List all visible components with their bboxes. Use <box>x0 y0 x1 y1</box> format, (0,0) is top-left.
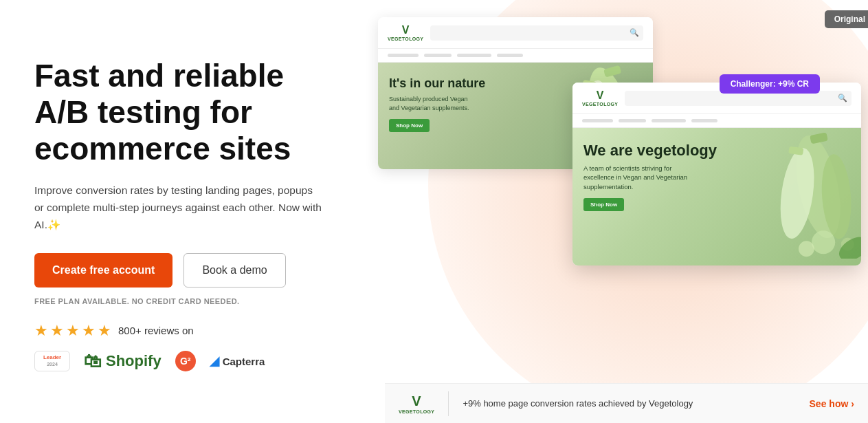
search-icon: 🔍 <box>630 28 639 37</box>
star-rating: ★ ★ ★ ★ ★ <box>34 322 111 340</box>
star-2: ★ <box>50 322 64 340</box>
svg-point-13 <box>812 230 835 254</box>
star-5: ★ <box>98 322 111 340</box>
logos-row: Leader 2024 🛍 Shopify G² ◢ Capterra <box>34 351 323 372</box>
shopify-label: Shopify <box>106 352 162 370</box>
shopify-icon: 🛍 <box>84 351 102 372</box>
g2-leader-label: Leader <box>41 354 64 361</box>
g2-label: G² <box>180 356 191 367</box>
nav-line-7 <box>652 119 686 122</box>
challenger-bottles <box>710 128 861 259</box>
original-hero-text: It's in our nature Sustainably produced … <box>389 76 485 132</box>
svg-rect-9 <box>810 132 828 144</box>
reviews-text: 800+ reviews on <box>118 325 194 336</box>
svg-point-14 <box>799 241 814 257</box>
g2-leader-badge: Leader 2024 <box>34 351 70 371</box>
original-search-bar: 🔍 <box>430 25 643 41</box>
see-how-label: See how <box>810 398 849 409</box>
nav-line-3 <box>457 54 491 57</box>
challenger-hero: We are vegetology A team of scientists s… <box>572 128 861 265</box>
challenger-shop-btn: Shop Now <box>583 198 624 211</box>
book-demo-button[interactable]: Book a demo <box>183 253 285 288</box>
original-nav <box>378 49 653 63</box>
original-card-header: V VEGETOLOGY 🔍 <box>378 17 653 49</box>
free-plan-note: FREE PLAN AVAILABLE. NO CREDIT CARD NEED… <box>34 297 323 305</box>
bottom-bar-logo: V VEGETOLOGY <box>399 393 434 414</box>
challenger-tag: Challenger: +9% CR <box>720 74 820 94</box>
capterra-logo: ◢ Capterra <box>210 354 265 369</box>
right-panel: Original V VEGETOLOGY 🔍 It's in <box>357 0 868 423</box>
nav-line-8 <box>691 119 717 122</box>
original-veg-logo: V VEGETOLOGY <box>388 24 423 41</box>
original-tag: Original <box>825 10 868 28</box>
left-panel: Fast and reliable A/B testing for ecomme… <box>0 0 357 423</box>
challenger-card: V VEGETOLOGY 🔍 We are vegetology A team … <box>572 83 861 265</box>
original-hero-subtitle: Sustainably produced Vegan and Vegetaria… <box>389 95 478 112</box>
nav-line-6 <box>619 119 646 122</box>
bottom-bar-text: +9% home page conversion rates achieved … <box>463 398 795 409</box>
original-hero-title: It's in our nature <box>389 76 485 91</box>
challenger-hero-title: We are vegetology <box>583 142 717 160</box>
cta-row: Create free account Book a demo <box>34 253 323 288</box>
nav-line-5 <box>582 119 613 122</box>
star-4: ★ <box>82 322 96 340</box>
shopify-logo: 🛍 Shopify <box>84 351 162 372</box>
bottom-bar-divider <box>448 391 449 416</box>
see-how-link[interactable]: See how › <box>810 398 854 409</box>
hero-subtext: Improve conversion rates by testing land… <box>34 182 323 233</box>
challenger-hero-subtitle: A team of scientists striving for excell… <box>583 164 693 191</box>
bottom-bar: V VEGETOLOGY +9% home page conversion ra… <box>385 383 868 423</box>
search-icon-2: 🔍 <box>838 94 847 102</box>
challenger-nav <box>572 114 861 128</box>
challenger-hero-text: We are vegetology A team of scientists s… <box>583 142 717 211</box>
reviews-row: ★ ★ ★ ★ ★ 800+ reviews on <box>34 322 323 340</box>
challenger-veg-logo: V VEGETOLOGY <box>582 89 618 107</box>
star-1: ★ <box>34 322 48 340</box>
bottom-logo-text: VEGETOLOGY <box>399 409 434 414</box>
g2-year: 2024 <box>47 362 58 367</box>
star-3: ★ <box>66 322 80 340</box>
g2-logo: G² <box>175 351 196 371</box>
challenger-brand: VEGETOLOGY <box>582 102 618 107</box>
create-account-button[interactable]: Create free account <box>34 253 173 288</box>
nav-line-2 <box>424 54 452 57</box>
original-brand: VEGETOLOGY <box>388 36 423 41</box>
nav-line-1 <box>388 54 419 57</box>
page-container: Fast and reliable A/B testing for ecomme… <box>0 0 868 423</box>
capterra-label: Capterra <box>223 356 265 367</box>
original-shop-btn: Shop Now <box>389 119 430 132</box>
page-title: Fast and reliable A/B testing for ecomme… <box>34 58 323 167</box>
capterra-icon: ◢ <box>210 354 219 369</box>
bottom-logo-v: V <box>412 393 421 409</box>
see-how-arrow: › <box>851 398 854 409</box>
nav-line-4 <box>497 54 523 57</box>
